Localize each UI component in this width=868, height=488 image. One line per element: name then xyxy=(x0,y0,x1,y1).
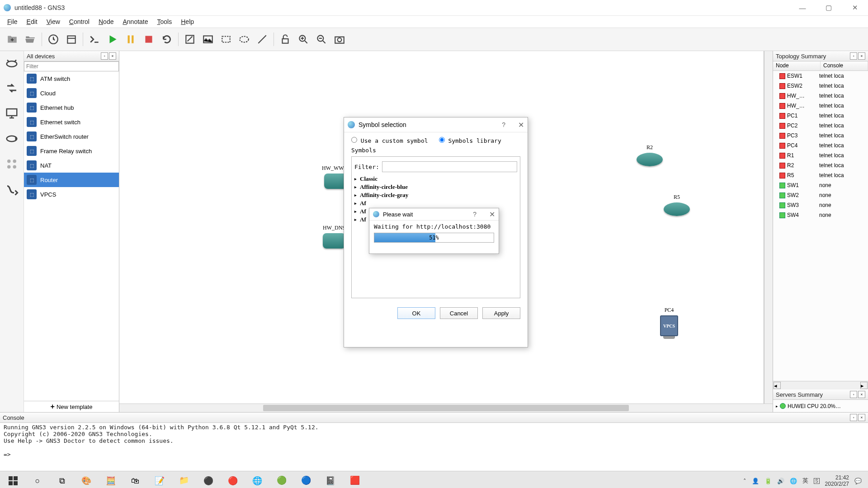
snagit-app[interactable]: 🔴 xyxy=(221,471,245,488)
explorer-app[interactable]: 📁 xyxy=(172,471,196,488)
device-item[interactable]: ⬚EtherSwitch router xyxy=(24,129,119,144)
new-project-button[interactable] xyxy=(4,31,21,48)
device-item[interactable]: ⬚Router xyxy=(24,173,119,187)
dock-security[interactable] xyxy=(3,130,21,148)
horizontal-scrollbar[interactable] xyxy=(119,404,773,412)
panel-float-button[interactable]: ▫ xyxy=(850,391,857,398)
topology-row[interactable]: R1telnet loca xyxy=(773,150,868,160)
symbol-tree-item[interactable]: ▸Affinity-circle-blue xyxy=(354,183,517,191)
tray-sogou-icon[interactable]: 🅂 xyxy=(814,478,820,484)
edge-app[interactable]: 🌐 xyxy=(245,471,269,488)
dialog-close-button[interactable]: ✕ xyxy=(489,210,495,219)
powerpoint-app[interactable]: 🟥 xyxy=(343,471,367,488)
snapshot-button[interactable] xyxy=(63,31,80,48)
tray-ime-icon[interactable]: 英 xyxy=(802,477,808,485)
dock-end-devices[interactable] xyxy=(3,104,21,122)
tray-people-icon[interactable]: 👤 xyxy=(752,478,759,484)
topology-row[interactable]: SW1none xyxy=(773,180,868,190)
topology-row[interactable]: HW_…telnet loca xyxy=(773,91,868,101)
pause-all-button[interactable] xyxy=(122,31,139,48)
device-item[interactable]: ⬚ATM switch xyxy=(24,71,119,86)
menu-tools[interactable]: Tools xyxy=(153,17,177,26)
paint-app[interactable]: 🎨 xyxy=(74,471,99,488)
onenote-app[interactable]: 📓 xyxy=(318,471,343,488)
console-output[interactable]: Running GNS3 version 2.2.5 on Windows (6… xyxy=(0,423,868,471)
device-item[interactable]: ⬚Frame Relay switch xyxy=(24,144,119,158)
obs-app[interactable]: ⚫ xyxy=(196,471,221,488)
minimize-button[interactable]: — xyxy=(789,0,816,15)
menu-help[interactable]: Help xyxy=(176,17,198,26)
topology-row[interactable]: SW2none xyxy=(773,190,868,200)
start-button[interactable] xyxy=(1,471,25,488)
tray-chevron-icon[interactable]: ˄ xyxy=(743,478,746,484)
menu-annotate[interactable]: Annotate xyxy=(118,17,152,26)
topology-row[interactable]: PC2telnet loca xyxy=(773,121,868,131)
symbol-filter-input[interactable] xyxy=(382,161,517,172)
device-item[interactable]: ⬚NAT xyxy=(24,158,119,173)
open-project-button[interactable] xyxy=(22,31,39,48)
panel-close-button[interactable]: × xyxy=(858,391,865,398)
store-app[interactable]: 🛍 xyxy=(123,471,147,488)
tray-volume-icon[interactable]: 🔊 xyxy=(777,478,784,484)
dialog-close-button[interactable]: ✕ xyxy=(518,121,524,129)
device-filter-input[interactable] xyxy=(24,61,119,71)
menu-view[interactable]: View xyxy=(42,17,65,26)
panel-close-button[interactable]: × xyxy=(109,52,116,60)
topology-row[interactable]: HW_…telnet loca xyxy=(773,101,868,111)
menu-control[interactable]: Control xyxy=(65,17,94,26)
radio-symbols-library[interactable]: Symbols library xyxy=(439,137,501,144)
topology-row[interactable]: PC4telnet loca xyxy=(773,141,868,150)
menu-edit[interactable]: Edit xyxy=(22,17,42,26)
notifications-icon[interactable]: 💬 xyxy=(854,478,862,484)
device-item[interactable]: ⬚Ethernet switch xyxy=(24,115,119,129)
panel-float-button[interactable]: ▫ xyxy=(101,52,108,60)
server-row[interactable]: ▸HUWEI CPU 20.0%… xyxy=(773,400,868,412)
new-template-button[interactable]: +New template xyxy=(24,401,119,412)
device-item[interactable]: ⬚Cloud xyxy=(24,86,119,100)
reload-button[interactable] xyxy=(45,31,62,48)
dock-link[interactable] xyxy=(3,180,21,198)
device-item[interactable]: ⬚Ethernet hub xyxy=(24,100,119,115)
console-all-button[interactable] xyxy=(86,31,103,48)
panel-float-button[interactable]: ▫ xyxy=(850,414,857,421)
calculator-app[interactable]: 🧮 xyxy=(99,471,123,488)
cancel-button[interactable]: Cancel xyxy=(440,307,478,319)
panel-close-button[interactable]: × xyxy=(858,52,865,60)
stickynotes-app[interactable]: 📝 xyxy=(147,471,172,488)
line-button[interactable] xyxy=(254,31,271,48)
apply-button[interactable]: Apply xyxy=(482,307,520,319)
dock-switches[interactable] xyxy=(3,79,21,97)
topology-row[interactable]: R2telnet loca xyxy=(773,160,868,170)
ellipse-button[interactable] xyxy=(236,31,253,48)
panel-close-button[interactable]: × xyxy=(858,414,865,421)
topology-row[interactable]: R5telnet loca xyxy=(773,170,868,180)
zoom-in-button[interactable] xyxy=(295,31,312,48)
tray-battery-icon[interactable]: 🔋 xyxy=(764,478,772,484)
screenshot-button[interactable] xyxy=(331,31,348,48)
symbol-tree-item[interactable]: ▸Classic xyxy=(354,175,517,183)
topology-row[interactable]: SW3none xyxy=(773,200,868,210)
image-button[interactable] xyxy=(199,31,217,48)
taskview-button[interactable]: ⧉ xyxy=(50,471,74,488)
stop-all-button[interactable] xyxy=(140,31,157,48)
topology-row[interactable]: ESW2telnet loca xyxy=(773,81,868,91)
menu-node[interactable]: Node xyxy=(94,17,118,26)
maximize-button[interactable]: ▢ xyxy=(816,0,842,15)
cortana-button[interactable]: ○ xyxy=(25,471,50,488)
dialog-help-button[interactable]: ? xyxy=(502,121,505,128)
panel-float-button[interactable]: ▫ xyxy=(850,52,857,60)
taskbar-clock[interactable]: 21:422020/2/27 xyxy=(825,474,849,488)
ok-button[interactable]: OK xyxy=(397,307,435,319)
dock-all-devices[interactable] xyxy=(3,155,21,173)
chrome-app[interactable]: 🟢 xyxy=(269,471,294,488)
menu-file[interactable]: File xyxy=(3,17,22,26)
symbol-tree-item[interactable]: ▸Af xyxy=(354,199,517,207)
topology-hscroll[interactable]: ◂▸ xyxy=(773,381,868,389)
rect-button[interactable] xyxy=(217,31,235,48)
topology-row[interactable]: PC3telnet loca xyxy=(773,131,868,141)
tray-network-icon[interactable]: 🌐 xyxy=(790,478,797,484)
topology-row[interactable]: PC1telnet loca xyxy=(773,111,868,121)
close-button[interactable]: ✕ xyxy=(842,0,868,15)
device-item[interactable]: ⬚VPCS xyxy=(24,187,119,202)
vertical-scrollbar[interactable] xyxy=(764,51,773,404)
